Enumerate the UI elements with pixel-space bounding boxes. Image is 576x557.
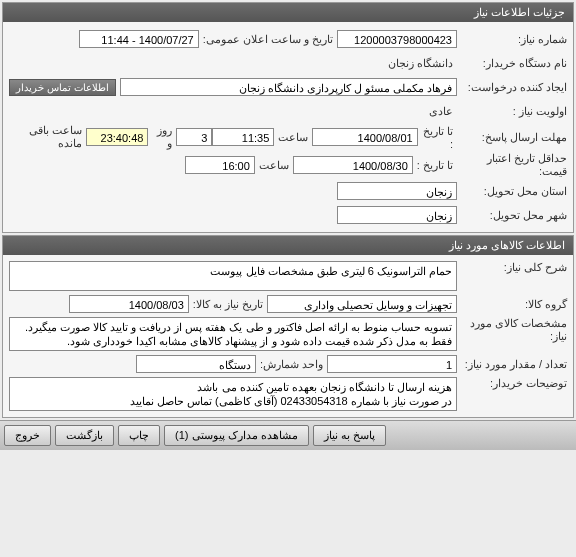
lbl-to-date: تا تاریخ : xyxy=(418,125,457,150)
row-qty: تعداد / مقدار مورد نیاز: 1 واحد شمارش: د… xyxy=(9,353,567,375)
row-requester: ایجاد کننده درخواست: فرهاد مکملی مسئو ل … xyxy=(9,76,567,98)
deadline-time-field: 11:35 xyxy=(212,128,274,146)
countdown-field: 23:40:48 xyxy=(86,128,148,146)
lbl-group: گروه کالا: xyxy=(457,298,567,311)
lbl-need-date: تاریخ نیاز به کالا: xyxy=(189,298,267,311)
group-field: تجهیزات و وسایل تحصیلی واداری xyxy=(267,295,457,313)
panel1-title: جزئیات اطلاعات نیاز xyxy=(3,3,573,22)
panel2-title: اطلاعات کالاهای مورد نیاز xyxy=(3,236,573,255)
lbl-province: استان محل تحویل: xyxy=(457,185,567,198)
row-deadline: مهلت ارسال پاسخ: تا تاریخ : 1400/08/01 س… xyxy=(9,124,567,150)
unit-field: دستگاه xyxy=(136,355,256,373)
row-buyer: نام دستگاه خریدار: دانشگاه زنجان xyxy=(9,52,567,74)
deadline-date-field: 1400/08/01 xyxy=(312,128,417,146)
valid-time-field: 16:00 xyxy=(185,156,255,174)
attachments-button[interactable]: مشاهده مدارک پیوستی (1) xyxy=(164,425,309,446)
lbl-announce: تاریخ و ساعت اعلان عمومی: xyxy=(199,33,337,46)
qty-field: 1 xyxy=(327,355,457,373)
row-priority: اولویت نیاز : عادی xyxy=(9,100,567,122)
row-province: استان محل تحویل: زنجان xyxy=(9,180,567,202)
row-group: گروه کالا: تجهیزات و وسایل تحصیلی واداری… xyxy=(9,293,567,315)
panel1-body: شماره نیاز: 1200003798000423 تاریخ و ساع… xyxy=(3,22,573,232)
need-date-field: 1400/08/03 xyxy=(69,295,189,313)
valid-date-field: 1400/08/30 xyxy=(293,156,413,174)
back-button[interactable]: بازگشت xyxy=(55,425,114,446)
lbl-need-no: شماره نیاز: xyxy=(457,33,567,46)
lbl-desc: شرح کلی نیاز: xyxy=(457,261,567,274)
lbl-unit: واحد شمارش: xyxy=(256,358,327,371)
row-specs: مشخصات کالای مورد نیاز: تسویه حساب منوط … xyxy=(9,317,567,351)
requester-field: فرهاد مکملی مسئو ل کارپردازی دانشگاه زنج… xyxy=(120,78,457,96)
priority-text: عادی xyxy=(425,103,457,120)
need-no-field: 1200003798000423 xyxy=(337,30,457,48)
announce-field: 1400/07/27 - 11:44 xyxy=(79,30,199,48)
lbl-days-and: روز و xyxy=(148,124,176,150)
action-toolbar: پاسخ به نیاز مشاهده مدارک پیوستی (1) چاپ… xyxy=(0,420,576,450)
lbl-hour2: ساعت xyxy=(255,159,293,172)
lbl-city: شهر محل تحویل: xyxy=(457,209,567,222)
contact-buyer-button[interactable]: اطلاعات تماس خریدار xyxy=(9,79,116,96)
lbl-deadline: مهلت ارسال پاسخ: xyxy=(457,131,567,144)
row-desc: شرح کلی نیاز: حمام التراسونیک 6 لیتری طب… xyxy=(9,261,567,291)
lbl-qty: تعداد / مقدار مورد نیاز: xyxy=(457,358,567,371)
lbl-remaining: ساعت باقی مانده xyxy=(9,124,86,150)
row-notes: توضیحات خریدار: هزینه ارسال تا دانشگاه ز… xyxy=(9,377,567,411)
notes-field: هزینه ارسال تا دانشگاه زنجان بعهده تامین… xyxy=(9,377,457,411)
row-valid: حداقل تاریخ اعتبار قیمت: تا تاریخ : 1400… xyxy=(9,152,567,178)
city-field: زنجان xyxy=(337,206,457,224)
panel2-body: شرح کلی نیاز: حمام التراسونیک 6 لیتری طب… xyxy=(3,255,573,417)
buyer-text: دانشگاه زنجان xyxy=(384,55,457,72)
lbl-specs: مشخصات کالای مورد نیاز: xyxy=(457,317,567,343)
lbl-to-date2: تا تاریخ : xyxy=(413,159,457,172)
lbl-priority: اولویت نیاز : xyxy=(457,105,567,118)
specs-field: تسویه حساب منوط به ارائه اصل فاکتور و طی… xyxy=(9,317,457,351)
lbl-buyer: نام دستگاه خریدار: xyxy=(457,57,567,70)
exit-button[interactable]: خروج xyxy=(4,425,51,446)
days-field: 3 xyxy=(176,128,212,146)
lbl-requester: ایجاد کننده درخواست: xyxy=(457,81,567,94)
province-field: زنجان xyxy=(337,182,457,200)
lbl-hour1: ساعت xyxy=(274,131,312,144)
row-need-no: شماره نیاز: 1200003798000423 تاریخ و ساع… xyxy=(9,28,567,50)
goods-info-panel: اطلاعات کالاهای مورد نیاز شرح کلی نیاز: … xyxy=(2,235,574,418)
lbl-notes: توضیحات خریدار: xyxy=(457,377,567,390)
lbl-min-valid: حداقل تاریخ اعتبار قیمت: xyxy=(457,152,567,178)
reply-button[interactable]: پاسخ به نیاز xyxy=(313,425,386,446)
print-button[interactable]: چاپ xyxy=(118,425,160,446)
need-info-panel: جزئیات اطلاعات نیاز شماره نیاز: 12000037… xyxy=(2,2,574,233)
desc-field: حمام التراسونیک 6 لیتری طبق مشخصات فایل … xyxy=(9,261,457,291)
row-city: شهر محل تحویل: زنجان xyxy=(9,204,567,226)
